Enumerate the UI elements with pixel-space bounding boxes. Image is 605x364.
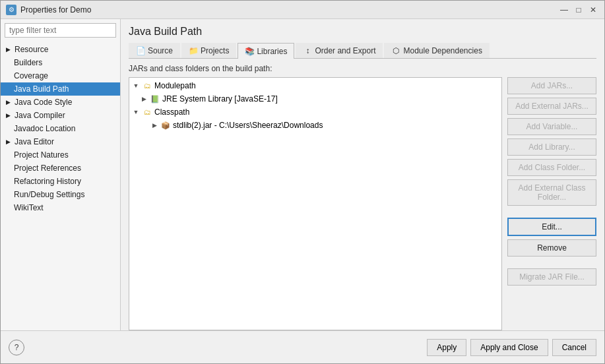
main-panel-title: Java Build Path — [129, 26, 596, 38]
build-path-description: JARs and class folders on the build path… — [129, 64, 596, 73]
right-buttons-panel: Add JARs... Add External JARs... Add Var… — [507, 77, 596, 330]
order-icon: ↕ — [303, 46, 312, 55]
tree-container[interactable]: ▼ 🗂 Modulepath ▶ 📗 JRE System Library [J… — [129, 77, 502, 330]
jar-icon-stdlib: 📦 — [160, 120, 171, 131]
panel-body: ▼ 🗂 Modulepath ▶ 📗 JRE System Library [J… — [129, 77, 596, 330]
sidebar-item-label: Project Natures — [14, 150, 69, 160]
left-panel: ▼ 🗂 Modulepath ▶ 📗 JRE System Library [J… — [129, 77, 502, 330]
bottom-bar: ? Apply Apply and Close Cancel — [1, 330, 604, 363]
sidebar-item-label: WikiText — [14, 203, 44, 212]
window-title: Properties for Demo — [20, 5, 558, 15]
sidebar-item-label: Builders — [14, 58, 42, 67]
apply-button[interactable]: Apply — [427, 339, 466, 356]
sidebar-item-project-references[interactable]: Project References — [1, 162, 120, 175]
edit-button[interactable]: Edit... — [507, 218, 596, 236]
add-external-class-folder-button[interactable]: Add External Class Folder... — [507, 179, 596, 206]
tab-libraries[interactable]: 📚 Libraries — [238, 43, 294, 59]
tab-module-dependencies-label: Module Dependencies — [403, 46, 482, 55]
main-panel: Java Build Path 📄 Source 📁 Projects 📚 Li… — [121, 19, 604, 330]
tab-order-export[interactable]: ↕ Order and Export — [296, 43, 383, 58]
tree-item-classpath[interactable]: ▼ 🗂 Classpath — [129, 106, 501, 119]
maximize-button[interactable]: □ — [573, 4, 585, 16]
sidebar-item-label: Run/Debug Settings — [14, 190, 84, 199]
tab-libraries-label: Libraries — [257, 47, 287, 56]
sidebar-item-java-compiler[interactable]: ▶ Java Compiler — [1, 109, 120, 122]
tree-item-label: stdlib(2).jar - C:\Users\Sheeraz\Downloa… — [173, 121, 323, 130]
folder-icon-modulepath: 🗂 — [142, 80, 152, 91]
filter-input[interactable] — [5, 23, 116, 38]
expand-stdlib: ▶ — [150, 122, 158, 129]
bottom-left: ? — [9, 340, 423, 355]
sidebar-item-label: Refactoring History — [14, 177, 81, 186]
sidebar-item-refactoring-history[interactable]: Refactoring History — [1, 175, 120, 188]
sidebar-item-label: Coverage — [14, 71, 48, 80]
help-button[interactable]: ? — [9, 340, 24, 355]
sidebar-item-javadoc-location[interactable]: Javadoc Location — [1, 122, 120, 135]
tab-order-export-label: Order and Export — [315, 46, 375, 55]
expand-modulepath: ▼ — [132, 82, 140, 89]
sidebar-item-label: Java Code Style — [15, 98, 72, 107]
close-button[interactable]: ✕ — [587, 4, 599, 16]
sidebar-item-label: Java Build Path — [14, 84, 69, 94]
module-icon: ⬡ — [391, 46, 400, 55]
tree-item-jre-system[interactable]: ▶ 📗 JRE System Library [JavaSE-17] — [129, 92, 501, 106]
sidebar-item-label: Java Compiler — [15, 111, 65, 120]
expand-arrow-java-compiler: ▶ — [6, 112, 11, 119]
expand-jre: ▶ — [140, 96, 148, 102]
sidebar-item-wikitext[interactable]: WikiText — [1, 201, 120, 214]
apply-close-button[interactable]: Apply and Close — [470, 339, 548, 356]
add-external-jars-button[interactable]: Add External JARs... — [507, 98, 596, 115]
cancel-button[interactable]: Cancel — [552, 339, 596, 356]
tree-item-label: Classpath — [154, 107, 189, 117]
sidebar-item-project-natures[interactable]: Project Natures — [1, 148, 120, 162]
tab-projects[interactable]: 📁 Projects — [181, 43, 236, 58]
sidebar-item-label: Resource — [15, 45, 48, 54]
expand-arrow-java-code-style: ▶ — [6, 99, 11, 106]
content-area: ▶ Resource Builders Coverage Java Build … — [1, 19, 604, 330]
sidebar-nav: ▶ Resource Builders Coverage Java Build … — [1, 42, 120, 330]
folder-icon-classpath: 🗂 — [142, 107, 152, 117]
lib-icon-jre: 📗 — [150, 94, 160, 104]
tree-item-label: JRE System Library [JavaSE-17] — [162, 94, 278, 104]
sidebar-item-java-code-style[interactable]: ▶ Java Code Style — [1, 96, 120, 109]
tab-projects-label: Projects — [201, 46, 229, 55]
source-icon: 📄 — [136, 46, 145, 55]
main-window: ⚙ Properties for Demo — □ ✕ ▶ Resource B… — [0, 0, 605, 364]
sidebar-item-run-debug-settings[interactable]: Run/Debug Settings — [1, 188, 120, 201]
expand-arrow-resource: ▶ — [6, 46, 11, 53]
add-library-button[interactable]: Add Library... — [507, 138, 596, 156]
button-divider — [507, 209, 596, 214]
tree-item-modulepath[interactable]: ▼ 🗂 Modulepath — [129, 79, 501, 92]
tree-item-stdlib-jar[interactable]: ▶ 📦 stdlib(2).jar - C:\Users\Sheeraz\Dow… — [129, 119, 501, 132]
add-variable-button[interactable]: Add Variable... — [507, 118, 596, 135]
tab-bar: 📄 Source 📁 Projects 📚 Libraries ↕ Order … — [129, 43, 596, 59]
window-icon: ⚙ — [6, 5, 16, 15]
button-divider-2 — [507, 260, 596, 265]
window-controls: — □ ✕ — [558, 4, 599, 16]
add-class-folder-button[interactable]: Add Class Folder... — [507, 159, 596, 176]
sidebar-item-coverage[interactable]: Coverage — [1, 69, 120, 82]
minimize-button[interactable]: — — [558, 4, 570, 16]
tree-item-label: Modulepath — [154, 81, 196, 90]
sidebar-item-label: Java Editor — [15, 137, 54, 146]
expand-classpath: ▼ — [132, 109, 140, 115]
remove-button[interactable]: Remove — [507, 239, 596, 257]
sidebar-item-label: Project References — [14, 164, 81, 173]
sidebar-item-java-editor[interactable]: ▶ Java Editor — [1, 135, 120, 148]
expand-arrow-java-editor: ▶ — [6, 138, 11, 145]
migrate-jar-button[interactable]: Migrate JAR File... — [507, 268, 596, 286]
sidebar-item-resource[interactable]: ▶ Resource — [1, 43, 120, 56]
tab-module-dependencies[interactable]: ⬡ Module Dependencies — [384, 43, 489, 58]
sidebar-item-java-build-path[interactable]: Java Build Path — [1, 82, 120, 96]
add-jars-button[interactable]: Add JARs... — [507, 77, 596, 94]
libraries-icon: 📚 — [245, 47, 254, 56]
sidebar-item-label: Javadoc Location — [14, 124, 75, 133]
sidebar-item-builders[interactable]: Builders — [1, 56, 120, 69]
sidebar: ▶ Resource Builders Coverage Java Build … — [1, 19, 121, 330]
projects-icon: 📁 — [189, 46, 198, 55]
title-bar: ⚙ Properties for Demo — □ ✕ — [1, 1, 604, 19]
tab-source-label: Source — [148, 46, 173, 55]
tab-source[interactable]: 📄 Source — [129, 43, 180, 58]
